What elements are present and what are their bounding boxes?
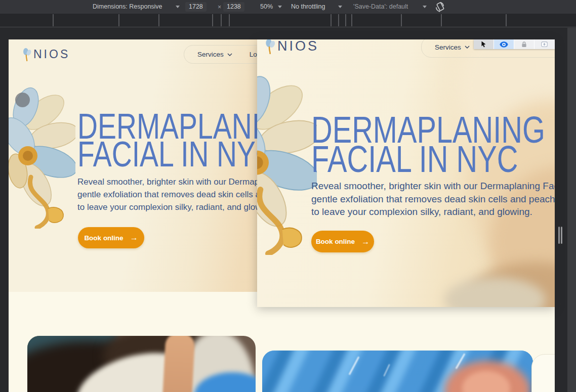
media-query-divider xyxy=(212,14,213,26)
viewport-resize-handle[interactable] xyxy=(558,227,560,244)
gallery-photo-facial[interactable] xyxy=(27,336,256,392)
site-logo[interactable]: NIOS xyxy=(23,48,70,61)
arrow-right-icon: → xyxy=(361,237,369,246)
media-query-divider xyxy=(401,14,402,26)
hero-title: DERMAPLANING FACIAL IN NYC xyxy=(311,115,545,174)
cursor-tool-button[interactable] xyxy=(474,39,494,49)
viewport-height-input[interactable]: 1238 xyxy=(223,2,244,12)
media-query-divider xyxy=(351,14,352,26)
dimensions-label[interactable]: Dimensions: Responsive xyxy=(93,3,162,10)
logo-flower-icon xyxy=(265,39,275,54)
viewport-width-input[interactable]: 1728 xyxy=(185,2,207,12)
brand-name: NIOS xyxy=(277,39,319,54)
save-data-caret-icon[interactable] xyxy=(423,6,427,8)
devtools-responsive-view: Dimensions: Responsive 1728 × 1238 50% N… xyxy=(0,0,576,392)
media-query-bar[interactable] xyxy=(0,14,576,27)
media-query-divider xyxy=(118,14,119,26)
site-logo[interactable]: NIOS xyxy=(265,39,319,54)
device-tool-button[interactable] xyxy=(534,39,555,49)
rotate-device-icon[interactable] xyxy=(434,1,446,13)
media-query-divider xyxy=(338,14,339,26)
media-query-divider xyxy=(506,14,507,26)
nav-item-services[interactable]: Services xyxy=(435,43,470,51)
eye-icon xyxy=(500,41,508,48)
zoom-caret-icon[interactable] xyxy=(278,6,282,8)
logo-flower-icon xyxy=(23,48,31,61)
media-query-divider xyxy=(331,14,332,26)
throttling-select[interactable]: No throttling xyxy=(291,3,325,10)
book-online-button[interactable]: Book online → xyxy=(78,227,144,248)
media-query-divider xyxy=(53,14,54,26)
media-query-divider xyxy=(158,14,159,26)
device-toolbar: Dimensions: Responsive 1728 × 1238 50% N… xyxy=(0,0,576,14)
save-data-select[interactable]: 'Save-Data': default xyxy=(353,3,408,10)
chevron-down-icon xyxy=(227,53,232,56)
device-frame-icon xyxy=(541,41,548,47)
media-query-divider xyxy=(441,14,442,26)
media-query-divider xyxy=(229,14,230,26)
watercolor-flower-art xyxy=(257,68,317,255)
eye-tool-button[interactable] xyxy=(494,39,514,49)
page-overlay: NIOS Services xyxy=(257,39,555,307)
hero-title-line2: FACIAL IN NYC xyxy=(311,145,545,174)
devtools-panel-edge xyxy=(567,28,576,392)
cursor-icon xyxy=(481,41,486,48)
throttling-caret-icon[interactable] xyxy=(338,6,342,8)
extension-toolbar xyxy=(474,39,555,49)
book-online-button[interactable]: Book online → xyxy=(311,231,374,252)
hero-paragraph: Reveal smoother, brighter skin with our … xyxy=(311,180,555,219)
chevron-down-icon xyxy=(465,46,470,49)
gallery-photo-gloves[interactable] xyxy=(262,351,533,392)
arrow-right-icon: → xyxy=(130,233,138,242)
gray-dot-art xyxy=(15,93,30,107)
viewport-resize-handle[interactable] xyxy=(561,227,562,244)
zoom-select[interactable]: 50% xyxy=(260,3,273,10)
media-query-divider xyxy=(221,14,222,26)
lock-tool-button[interactable] xyxy=(514,39,534,49)
media-query-divider xyxy=(345,14,346,26)
dimensions-caret-icon[interactable] xyxy=(176,6,180,8)
gallery-photo-next[interactable] xyxy=(531,354,555,392)
nav-item-services[interactable]: Services xyxy=(197,51,232,58)
dimensions-multiply: × xyxy=(218,4,221,11)
lock-icon xyxy=(521,41,527,48)
brand-name: NIOS xyxy=(33,48,70,61)
